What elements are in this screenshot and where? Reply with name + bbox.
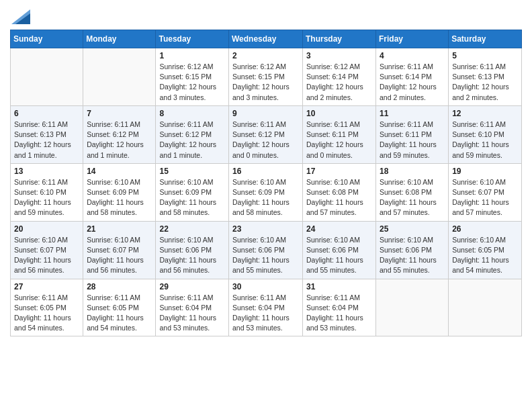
calendar-cell: 16Sunrise: 6:10 AM Sunset: 6:09 PM Dayli… — [229, 163, 303, 221]
calendar-cell: 17Sunrise: 6:10 AM Sunset: 6:08 PM Dayli… — [303, 163, 376, 221]
day-number: 18 — [380, 167, 445, 176]
day-info: Sunrise: 6:12 AM Sunset: 6:15 PM Dayligh… — [159, 62, 225, 103]
day-info: Sunrise: 6:11 AM Sunset: 6:05 PM Dayligh… — [87, 293, 152, 334]
logo-icon — [11, 9, 30, 24]
calendar-cell: 23Sunrise: 6:10 AM Sunset: 6:06 PM Dayli… — [229, 221, 303, 279]
day-number: 10 — [306, 109, 372, 118]
calendar-table: Sunday Monday Tuesday Wednesday Thursday… — [10, 30, 522, 336]
day-info: Sunrise: 6:10 AM Sunset: 6:09 PM Dayligh… — [159, 177, 225, 218]
col-friday: Friday — [376, 30, 449, 48]
col-thursday: Thursday — [303, 30, 376, 48]
calendar-cell: 21Sunrise: 6:10 AM Sunset: 6:07 PM Dayli… — [83, 221, 156, 279]
day-info: Sunrise: 6:11 AM Sunset: 6:10 PM Dayligh… — [452, 120, 518, 161]
calendar-cell: 11Sunrise: 6:11 AM Sunset: 6:11 PM Dayli… — [376, 105, 449, 163]
calendar-cell: 26Sunrise: 6:10 AM Sunset: 6:05 PM Dayli… — [449, 221, 522, 279]
day-number: 19 — [452, 167, 518, 176]
day-number: 23 — [232, 224, 299, 234]
day-number: 22 — [159, 224, 225, 234]
day-info: Sunrise: 6:11 AM Sunset: 6:04 PM Dayligh… — [306, 293, 372, 334]
day-info: Sunrise: 6:11 AM Sunset: 6:11 PM Dayligh… — [306, 120, 372, 161]
col-tuesday: Tuesday — [156, 30, 229, 48]
day-info: Sunrise: 6:10 AM Sunset: 6:08 PM Dayligh… — [380, 177, 445, 218]
day-info: Sunrise: 6:10 AM Sunset: 6:07 PM Dayligh… — [87, 235, 152, 276]
col-sunday: Sunday — [11, 30, 83, 48]
day-info: Sunrise: 6:11 AM Sunset: 6:13 PM Dayligh… — [14, 120, 79, 161]
calendar-cell — [83, 48, 156, 106]
calendar-cell: 10Sunrise: 6:11 AM Sunset: 6:11 PM Dayli… — [303, 105, 376, 163]
calendar-cell: 30Sunrise: 6:11 AM Sunset: 6:04 PM Dayli… — [229, 279, 303, 336]
day-number: 8 — [159, 109, 225, 118]
calendar-cell: 5Sunrise: 6:11 AM Sunset: 6:13 PM Daylig… — [449, 48, 522, 106]
day-number: 1 — [159, 51, 225, 60]
calendar-week-row: 1Sunrise: 6:12 AM Sunset: 6:15 PM Daylig… — [11, 48, 522, 106]
day-info: Sunrise: 6:10 AM Sunset: 6:09 PM Dayligh… — [87, 177, 152, 218]
day-number: 31 — [306, 282, 372, 291]
day-number: 26 — [452, 224, 518, 234]
calendar-cell: 3Sunrise: 6:12 AM Sunset: 6:14 PM Daylig… — [303, 48, 376, 106]
day-info: Sunrise: 6:11 AM Sunset: 6:13 PM Dayligh… — [452, 62, 518, 103]
day-number: 17 — [306, 167, 372, 176]
logo — [10, 9, 30, 24]
calendar-cell: 28Sunrise: 6:11 AM Sunset: 6:05 PM Dayli… — [83, 279, 156, 336]
calendar-header-row: Sunday Monday Tuesday Wednesday Thursday… — [11, 30, 522, 48]
day-number: 25 — [380, 224, 445, 234]
day-number: 14 — [87, 167, 152, 176]
calendar-week-row: 27Sunrise: 6:11 AM Sunset: 6:05 PM Dayli… — [11, 279, 522, 336]
day-number: 7 — [87, 109, 152, 118]
calendar-cell: 9Sunrise: 6:11 AM Sunset: 6:12 PM Daylig… — [229, 105, 303, 163]
day-number: 29 — [159, 282, 225, 291]
calendar-cell: 20Sunrise: 6:10 AM Sunset: 6:07 PM Dayli… — [11, 221, 83, 279]
calendar-cell: 25Sunrise: 6:10 AM Sunset: 6:06 PM Dayli… — [376, 221, 449, 279]
calendar-cell — [449, 279, 522, 336]
day-info: Sunrise: 6:10 AM Sunset: 6:06 PM Dayligh… — [380, 235, 445, 276]
day-info: Sunrise: 6:10 AM Sunset: 6:07 PM Dayligh… — [452, 177, 518, 218]
page-header — [10, 7, 522, 24]
day-number: 2 — [232, 51, 299, 60]
day-number: 24 — [306, 224, 372, 234]
day-info: Sunrise: 6:11 AM Sunset: 6:04 PM Dayligh… — [232, 293, 299, 334]
day-info: Sunrise: 6:11 AM Sunset: 6:11 PM Dayligh… — [380, 120, 445, 161]
day-number: 6 — [14, 109, 79, 118]
calendar-cell — [376, 279, 449, 336]
calendar-cell: 14Sunrise: 6:10 AM Sunset: 6:09 PM Dayli… — [83, 163, 156, 221]
calendar-cell: 7Sunrise: 6:11 AM Sunset: 6:12 PM Daylig… — [83, 105, 156, 163]
day-number: 15 — [159, 167, 225, 176]
calendar-week-row: 13Sunrise: 6:11 AM Sunset: 6:10 PM Dayli… — [11, 163, 522, 221]
calendar-cell: 4Sunrise: 6:11 AM Sunset: 6:14 PM Daylig… — [376, 48, 449, 106]
calendar-week-row: 20Sunrise: 6:10 AM Sunset: 6:07 PM Dayli… — [11, 221, 522, 279]
day-info: Sunrise: 6:11 AM Sunset: 6:10 PM Dayligh… — [14, 177, 79, 218]
day-info: Sunrise: 6:11 AM Sunset: 6:12 PM Dayligh… — [232, 120, 299, 161]
day-number: 28 — [87, 282, 152, 291]
day-info: Sunrise: 6:11 AM Sunset: 6:12 PM Dayligh… — [87, 120, 152, 161]
day-info: Sunrise: 6:11 AM Sunset: 6:05 PM Dayligh… — [14, 293, 79, 334]
day-number: 30 — [232, 282, 299, 291]
col-saturday: Saturday — [449, 30, 522, 48]
day-number: 5 — [452, 51, 518, 60]
day-number: 3 — [306, 51, 372, 60]
calendar-cell: 31Sunrise: 6:11 AM Sunset: 6:04 PM Dayli… — [303, 279, 376, 336]
day-info: Sunrise: 6:10 AM Sunset: 6:07 PM Dayligh… — [14, 235, 79, 276]
col-wednesday: Wednesday — [229, 30, 303, 48]
calendar-cell: 29Sunrise: 6:11 AM Sunset: 6:04 PM Dayli… — [156, 279, 229, 336]
day-info: Sunrise: 6:10 AM Sunset: 6:06 PM Dayligh… — [159, 235, 225, 276]
day-info: Sunrise: 6:12 AM Sunset: 6:15 PM Dayligh… — [232, 62, 299, 103]
calendar-cell — [11, 48, 83, 106]
day-number: 27 — [14, 282, 79, 291]
day-info: Sunrise: 6:11 AM Sunset: 6:04 PM Dayligh… — [159, 293, 225, 334]
day-info: Sunrise: 6:11 AM Sunset: 6:12 PM Dayligh… — [159, 120, 225, 161]
day-info: Sunrise: 6:12 AM Sunset: 6:14 PM Dayligh… — [306, 62, 372, 103]
day-number: 12 — [452, 109, 518, 118]
calendar-week-row: 6Sunrise: 6:11 AM Sunset: 6:13 PM Daylig… — [11, 105, 522, 163]
calendar-cell: 2Sunrise: 6:12 AM Sunset: 6:15 PM Daylig… — [229, 48, 303, 106]
calendar-cell: 1Sunrise: 6:12 AM Sunset: 6:15 PM Daylig… — [156, 48, 229, 106]
calendar-cell: 18Sunrise: 6:10 AM Sunset: 6:08 PM Dayli… — [376, 163, 449, 221]
day-number: 20 — [14, 224, 79, 234]
col-monday: Monday — [83, 30, 156, 48]
calendar-cell: 6Sunrise: 6:11 AM Sunset: 6:13 PM Daylig… — [11, 105, 83, 163]
day-number: 4 — [380, 51, 445, 60]
day-info: Sunrise: 6:10 AM Sunset: 6:08 PM Dayligh… — [306, 177, 372, 218]
day-number: 16 — [232, 167, 299, 176]
calendar-cell: 24Sunrise: 6:10 AM Sunset: 6:06 PM Dayli… — [303, 221, 376, 279]
day-number: 13 — [14, 167, 79, 176]
day-info: Sunrise: 6:10 AM Sunset: 6:05 PM Dayligh… — [452, 235, 518, 276]
